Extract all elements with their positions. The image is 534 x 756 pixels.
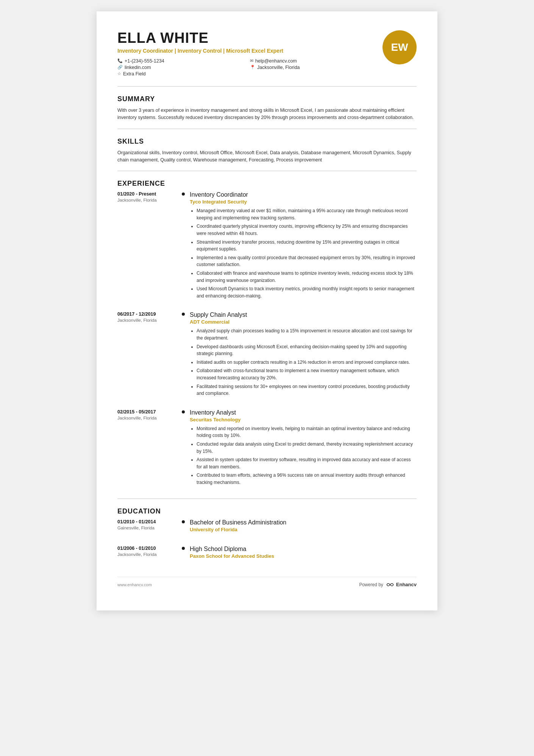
phone-text: +1-(234)-555-1234 <box>125 58 164 64</box>
linkedin-icon: 🔗 <box>117 65 123 70</box>
job-location: Jacksonville, Florida <box>117 198 180 202</box>
summary-section: SUMMARY With over 3 years of experience … <box>117 95 417 122</box>
experience-divider <box>117 498 417 499</box>
bullet-item: Conducted regular data analysis using Ex… <box>197 441 417 455</box>
bullet-item: Contributed to team efforts, achieving a… <box>197 472 417 486</box>
job-date: 02/2015 - 05/2017 <box>117 409 180 415</box>
bullet-item: Collaborated with finance and warehouse … <box>197 270 417 284</box>
summary-text: With over 3 years of experience in inven… <box>117 107 417 122</box>
job-title: Inventory Coordinator <box>190 191 417 198</box>
extra-icon: ☆ <box>117 71 121 76</box>
job-date: 06/2017 - 12/2019 <box>117 311 180 317</box>
experience-timeline: 01/2020 - Present Jacksonville, Florida … <box>117 191 417 487</box>
edu-location: Jacksonville, Florida <box>117 552 180 557</box>
powered-by-text: Powered by <box>359 582 383 587</box>
bullet-item: Initiated audits on supplier contracts r… <box>197 359 417 366</box>
enhancv-logo: Enhancv <box>386 582 417 588</box>
timeline-connector <box>180 519 187 535</box>
bullet-item: Streamlined inventory transfer process, … <box>197 239 417 253</box>
company-name: Tyco Integrated Security <box>190 199 417 205</box>
location-icon: 📍 <box>250 65 255 70</box>
candidate-title: Inventory Coordinator | Inventory Contro… <box>117 48 375 54</box>
edu-location: Gainesville, Florida <box>117 526 180 530</box>
school-name: University of Florida <box>190 527 417 532</box>
candidate-name: ELLA WHITE <box>117 30 375 46</box>
footer: www.enhancv.com Powered by Enhancv <box>117 577 417 588</box>
timeline-left: 06/2017 - 12/2019 Jacksonville, Florida <box>117 311 180 398</box>
timeline-dot <box>182 520 185 523</box>
bullet-list: Analyzed supply chain processes leading … <box>190 327 417 397</box>
location-text: Jacksonville, Florida <box>257 65 300 70</box>
education-row: 01/2006 - 01/2010 Jacksonville, Florida … <box>117 546 417 562</box>
timeline-connector <box>180 311 187 398</box>
bullet-item: Developed dashboards using Microsoft Exc… <box>197 343 417 357</box>
education-row: 01/2010 - 01/2014 Gainesville, Florida B… <box>117 519 417 535</box>
bullet-list: Managed inventory valued at over $1 mill… <box>190 207 417 299</box>
header-left: ELLA WHITE Inventory Coordinator | Inven… <box>117 30 375 77</box>
bullet-item: Coordinated quarterly physical inventory… <box>197 223 417 237</box>
brand-name: Enhancv <box>396 582 417 587</box>
degree-title: Bachelor of Business Administration <box>190 519 417 526</box>
bullet-list: Monitored and reported on inventory leve… <box>190 425 417 486</box>
enhancv-logo-icon <box>386 582 395 588</box>
job-location: Jacksonville, Florida <box>117 318 180 322</box>
timeline-connector <box>180 409 187 488</box>
contact-grid: 📞 +1-(234)-555-1234 ✉ help@enhancv.com 🔗… <box>117 58 375 77</box>
education-title: EDUCATION <box>117 507 417 515</box>
bullet-item: Managed inventory valued at over $1 mill… <box>197 207 417 221</box>
edu-date: 01/2006 - 01/2010 <box>117 546 180 551</box>
timeline-left: 02/2015 - 05/2017 Jacksonville, Florida <box>117 409 180 488</box>
skills-divider <box>117 171 417 171</box>
job-title: Supply Chain Analyst <box>190 311 417 318</box>
experience-row: 02/2015 - 05/2017 Jacksonville, Florida … <box>117 409 417 488</box>
footer-website: www.enhancv.com <box>117 582 152 587</box>
summary-divider <box>117 128 417 129</box>
degree-title: High School Diploma <box>190 546 417 553</box>
phone-icon: 📞 <box>117 58 123 63</box>
timeline-left: 01/2006 - 01/2010 Jacksonville, Florida <box>117 546 180 562</box>
bullet-item: Implemented a new quality control proced… <box>197 254 417 268</box>
experience-section: EXPERIENCE 01/2020 - Present Jacksonvill… <box>117 180 417 487</box>
timeline-dot <box>182 193 185 196</box>
email-text: help@enhancv.com <box>255 58 297 64</box>
timeline-connector <box>180 546 187 562</box>
timeline-content: Bachelor of Business Administration Univ… <box>187 519 417 535</box>
bullet-item: Analyzed supply chain processes leading … <box>197 327 417 341</box>
contact-phone: 📞 +1-(234)-555-1234 <box>117 58 242 64</box>
contact-linkedin: 🔗 linkedin.com <box>117 65 242 70</box>
resume-page: ELLA WHITE Inventory Coordinator | Inven… <box>97 11 437 610</box>
timeline-content: Supply Chain Analyst ADT Commercial Anal… <box>187 311 417 398</box>
bullet-item: Used Microsoft Dynamics to track invento… <box>197 285 417 299</box>
bullet-item: Assisted in system updates for inventory… <box>197 456 417 470</box>
timeline-left: 01/2020 - Present Jacksonville, Florida <box>117 191 180 301</box>
footer-brand: Powered by Enhancv <box>359 582 417 588</box>
experience-title: EXPERIENCE <box>117 180 417 188</box>
linkedin-text: linkedin.com <box>125 65 151 70</box>
company-name: ADT Commercial <box>190 319 417 325</box>
timeline-connector <box>180 191 187 301</box>
bullet-item: Monitored and reported on inventory leve… <box>197 425 417 439</box>
education-section: EDUCATION 01/2010 - 01/2014 Gainesville,… <box>117 507 417 562</box>
avatar: EW <box>383 30 417 64</box>
skills-title: SKILLS <box>117 138 417 146</box>
job-date: 01/2020 - Present <box>117 191 180 197</box>
email-icon: ✉ <box>250 58 253 63</box>
timeline-dot <box>182 547 185 550</box>
timeline-left: 01/2010 - 01/2014 Gainesville, Florida <box>117 519 180 535</box>
timeline-content: Inventory Analyst Securitas Technology M… <box>187 409 417 488</box>
skills-text: Organizational skills, Inventory control… <box>117 149 417 164</box>
company-name: Securitas Technology <box>190 417 417 423</box>
header-divider <box>117 86 417 87</box>
contact-location: 📍 Jacksonville, Florida <box>250 65 375 70</box>
extra-text: Extra Field <box>123 71 146 77</box>
timeline-dot <box>182 313 185 316</box>
experience-row: 06/2017 - 12/2019 Jacksonville, Florida … <box>117 311 417 398</box>
timeline-content: High School Diploma Paxon School for Adv… <box>187 546 417 562</box>
job-location: Jacksonville, Florida <box>117 416 180 420</box>
job-title: Inventory Analyst <box>190 409 417 416</box>
contact-email: ✉ help@enhancv.com <box>250 58 375 64</box>
bullet-item: Collaborated with cross-functional teams… <box>197 367 417 381</box>
summary-title: SUMMARY <box>117 95 417 103</box>
experience-row: 01/2020 - Present Jacksonville, Florida … <box>117 191 417 301</box>
timeline-content: Inventory Coordinator Tyco Integrated Se… <box>187 191 417 301</box>
